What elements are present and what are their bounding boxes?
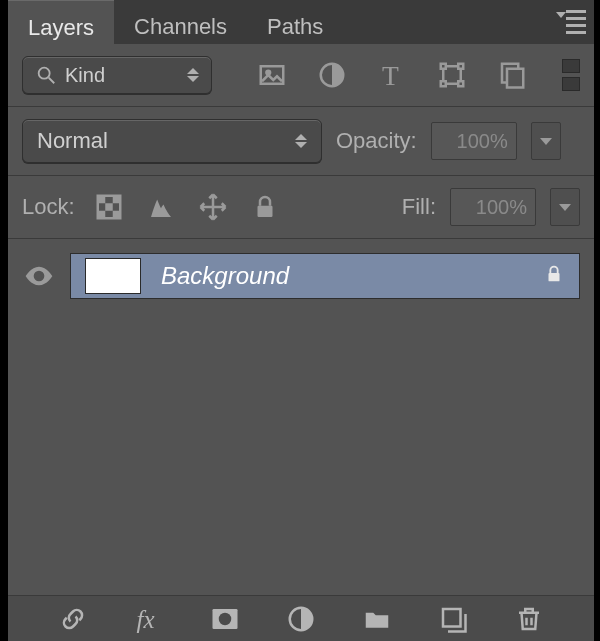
opacity-label: Opacity: (336, 128, 417, 154)
panel-footer: fx (8, 595, 594, 641)
new-layer-button[interactable] (436, 602, 470, 636)
blend-mode-label: Normal (37, 128, 108, 154)
menu-triangle-icon (556, 12, 566, 18)
svg-rect-12 (507, 69, 523, 88)
add-mask-button[interactable] (208, 602, 242, 636)
filter-type-select[interactable]: Kind (22, 56, 212, 94)
filter-shape-icon[interactable] (436, 59, 468, 91)
layer-lock-icon (543, 263, 565, 289)
lock-all-icon[interactable] (249, 191, 281, 223)
svg-rect-8 (458, 64, 463, 69)
layers-panel: Layers Channels Paths Kind T (8, 0, 594, 641)
filter-adjustment-icon[interactable] (316, 59, 348, 91)
filter-type-label: Kind (57, 64, 187, 87)
new-adjustment-layer-button[interactable] (284, 602, 318, 636)
tab-paths[interactable]: Paths (247, 0, 343, 44)
filter-icons: T (256, 59, 528, 91)
filter-stepper-icon (187, 68, 199, 82)
link-layers-button[interactable] (56, 602, 90, 636)
lock-image-icon[interactable] (145, 191, 177, 223)
fill-label: Fill: (402, 194, 436, 220)
lock-position-icon[interactable] (197, 191, 229, 223)
svg-rect-17 (97, 211, 105, 219)
fill-dropdown[interactable] (550, 188, 580, 226)
layer-name[interactable]: Background (161, 262, 523, 290)
layer-effects-button[interactable]: fx (132, 602, 166, 636)
svg-point-24 (219, 612, 232, 625)
filter-smartobject-icon[interactable] (496, 59, 528, 91)
svg-line-1 (49, 78, 55, 84)
layer-row[interactable]: Background (8, 249, 594, 303)
blend-row: Normal Opacity: 100% (8, 107, 594, 176)
lock-row: Lock: Fill: 100% (8, 176, 594, 239)
layers-list-area: Background (8, 239, 594, 303)
filter-toggle[interactable] (562, 59, 580, 91)
svg-rect-7 (441, 64, 446, 69)
lock-label: Lock: (22, 194, 75, 220)
svg-rect-18 (112, 211, 120, 219)
panel-body: Kind T Normal Opacity: 100% Loc (8, 44, 594, 595)
svg-rect-15 (112, 196, 120, 204)
svg-rect-21 (549, 273, 560, 281)
lock-transparency-icon[interactable] (93, 191, 125, 223)
svg-point-20 (36, 273, 41, 278)
opacity-dropdown[interactable] (531, 122, 561, 160)
svg-rect-14 (97, 196, 105, 204)
svg-rect-2 (261, 66, 284, 84)
fill-value[interactable]: 100% (450, 188, 536, 226)
svg-rect-26 (443, 609, 461, 627)
svg-point-0 (39, 68, 50, 79)
tab-layers[interactable]: Layers (8, 0, 114, 44)
search-icon (35, 64, 57, 86)
svg-rect-19 (257, 206, 272, 217)
delete-layer-button[interactable] (512, 602, 546, 636)
svg-text:T: T (382, 60, 399, 90)
svg-rect-9 (441, 81, 446, 86)
layer-item[interactable]: Background (70, 253, 580, 299)
panel-menu-button[interactable] (558, 8, 586, 32)
tab-channels[interactable]: Channels (114, 0, 247, 44)
filter-pixel-icon[interactable] (256, 59, 288, 91)
svg-rect-10 (458, 81, 463, 86)
panel-tabs: Layers Channels Paths (8, 0, 594, 44)
svg-rect-16 (105, 203, 113, 211)
visibility-toggle[interactable] (22, 259, 56, 293)
menu-lines-icon (566, 10, 586, 34)
opacity-value[interactable]: 100% (431, 122, 517, 160)
blend-mode-select[interactable]: Normal (22, 119, 322, 163)
filter-row: Kind T (8, 44, 594, 107)
new-group-button[interactable] (360, 602, 394, 636)
layer-thumbnail[interactable] (85, 258, 141, 294)
filter-type-layer-icon[interactable]: T (376, 59, 408, 91)
svg-text:fx: fx (137, 605, 155, 632)
blend-stepper-icon (295, 134, 307, 148)
lock-icons (93, 191, 281, 223)
